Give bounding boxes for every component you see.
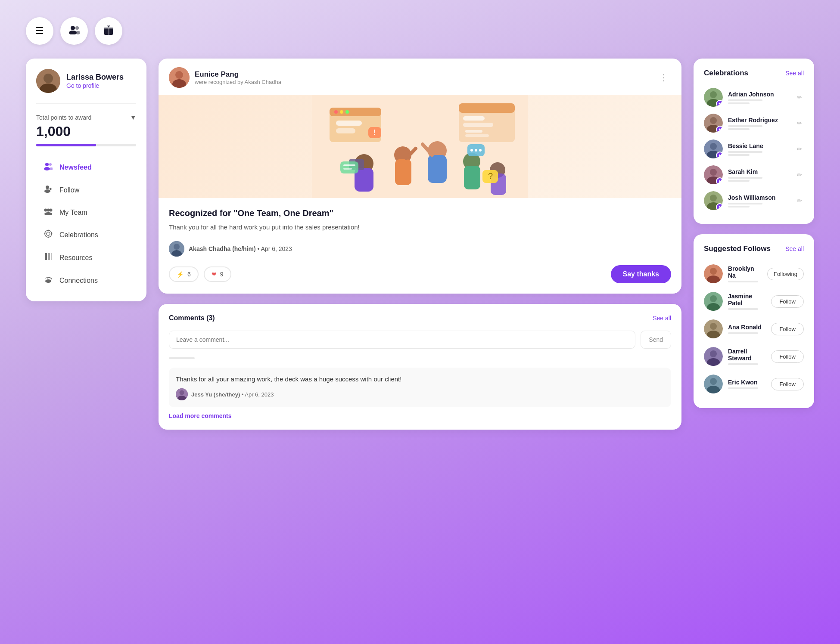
bar-line-long: [728, 203, 762, 204]
svg-point-75: [180, 390, 184, 395]
user-avatar: [36, 69, 60, 93]
celebration-edit-button[interactable]: ✏: [795, 118, 804, 128]
people-button[interactable]: [60, 17, 88, 45]
svg-point-15: [44, 189, 50, 193]
follow-button[interactable]: Follow: [771, 350, 804, 363]
suggestion-bar: [728, 363, 758, 365]
comments-see-all-link[interactable]: See all: [653, 315, 671, 322]
bar-line-short: [728, 154, 750, 156]
comment-author-text: Jess Yu (she/they) • Apr 6, 2023: [191, 391, 274, 398]
say-thanks-button[interactable]: Say thanks: [611, 265, 671, 283]
post-more-button[interactable]: ⋮: [656, 71, 671, 84]
suggestion-avatar: [704, 292, 723, 311]
svg-rect-51: [395, 159, 411, 185]
send-comment-button[interactable]: Send: [641, 331, 671, 349]
resources-icon: [43, 252, 53, 263]
celebration-edit-button[interactable]: ✏: [795, 170, 804, 180]
svg-rect-42: [459, 103, 515, 113]
comment-author-avatar: [176, 388, 188, 400]
celebration-info: Bessie Lane: [728, 142, 790, 156]
profile-section: Larissa Bowers Go to profile: [36, 69, 136, 104]
svg-point-96: [710, 295, 717, 302]
menu-button[interactable]: ☰: [26, 17, 53, 45]
svg-point-81: [710, 117, 717, 124]
sidebar-item-label: Celebrations: [59, 231, 98, 239]
suggested-follows-see-all-link[interactable]: See all: [785, 245, 804, 252]
svg-rect-53: [428, 155, 447, 183]
post-header: Eunice Pang were recognized by Akash Cha…: [159, 59, 681, 95]
celebration-name: Sarah Kim: [728, 168, 790, 175]
follow-button[interactable]: Follow: [771, 323, 804, 335]
suggestion-item: Brooklyn Na Following: [704, 260, 804, 288]
svg-point-27: [51, 233, 53, 235]
svg-point-72: [174, 244, 180, 250]
gift-button[interactable]: [95, 17, 122, 45]
celebrations-card: Celebrations See all ✦ Adrian J: [694, 59, 814, 224]
suggestion-avatar: [704, 375, 723, 393]
celebration-edit-button[interactable]: ✏: [795, 195, 804, 206]
scroll-indicator: [169, 357, 195, 359]
comment-item: Thanks for all your amazing work, the de…: [169, 368, 671, 408]
sidebar-item-connections[interactable]: Connections: [36, 270, 136, 291]
svg-point-78: [710, 91, 717, 98]
celebration-bars: [728, 177, 790, 182]
celebration-edit-button[interactable]: ✏: [795, 144, 804, 154]
suggestion-avatar: [704, 264, 723, 283]
heart-count: 9: [220, 271, 224, 278]
suggestion-avatar: [704, 347, 723, 366]
go-to-profile-link[interactable]: Go to profile: [66, 82, 99, 89]
more-dots-icon: ⋮: [659, 73, 668, 82]
comment-input-row: Send: [169, 331, 671, 349]
sidebar-item-newsfeed[interactable]: Newsfeed: [36, 157, 136, 178]
celebration-name: Bessie Lane: [728, 142, 790, 149]
right-panel: Celebrations See all ✦ Adrian J: [694, 59, 814, 408]
sidebar-nav: Newsfeed Follow: [36, 157, 136, 291]
sidebar-item-follow[interactable]: Follow: [36, 180, 136, 201]
celebrations-see-all-link[interactable]: See all: [785, 70, 804, 77]
points-dropdown-icon[interactable]: ▼: [130, 114, 136, 121]
svg-point-20: [50, 209, 53, 212]
svg-point-84: [710, 143, 717, 150]
following-button[interactable]: Following: [767, 268, 804, 280]
celebration-bars: [728, 125, 790, 130]
svg-text:?: ?: [488, 171, 493, 181]
myteam-icon: [43, 207, 53, 217]
sidebar-item-resources[interactable]: Resources: [36, 247, 136, 268]
celebration-badge-icon: ✦: [716, 126, 723, 133]
svg-rect-66: [465, 130, 482, 133]
svg-point-10: [45, 163, 49, 166]
suggestion-name: Ana Ronald: [728, 324, 766, 331]
celebration-name: Josh Williamson: [728, 194, 790, 201]
svg-point-13: [49, 167, 53, 170]
sidebar-item-myteam[interactable]: My Team: [36, 202, 136, 223]
sidebar-item-label: Newsfeed: [59, 164, 92, 171]
lightning-reaction-button[interactable]: ⚡ 6: [169, 266, 199, 282]
follow-button[interactable]: Follow: [771, 295, 804, 308]
celebration-avatar: ✦: [704, 165, 723, 184]
comment-text: Thanks for all your amazing work, the de…: [176, 375, 664, 384]
bar-line-long: [728, 125, 762, 127]
celebration-name: Esther Rodriguez: [728, 117, 790, 124]
svg-point-2: [75, 26, 79, 30]
sidebar-item-celebrations[interactable]: Celebrations: [36, 224, 136, 245]
svg-point-105: [710, 378, 717, 385]
svg-point-40: [345, 110, 349, 114]
heart-reaction-button[interactable]: ❤ 9: [204, 266, 231, 282]
people-icon: [68, 25, 80, 37]
svg-point-31: [45, 279, 51, 283]
bar-line-long: [728, 99, 762, 101]
post-author-avatar: [169, 67, 190, 88]
suggestion-item: Darrell Steward Follow: [704, 343, 804, 370]
celebrations-icon: [43, 229, 53, 240]
bar-line-short: [728, 206, 750, 207]
suggestion-bar: [728, 308, 758, 310]
comment-input[interactable]: [169, 331, 635, 349]
comments-title: Comments (3): [169, 314, 215, 322]
follow-button[interactable]: Follow: [771, 378, 804, 390]
celebration-badge-icon: ✦: [716, 177, 723, 184]
load-more-comments-link[interactable]: Load more comments: [169, 412, 671, 419]
follow-icon: [43, 185, 53, 195]
bar-line-short: [728, 102, 750, 104]
suggestion-name: Eric Kwon: [728, 379, 766, 386]
celebration-edit-button[interactable]: ✏: [795, 92, 804, 102]
